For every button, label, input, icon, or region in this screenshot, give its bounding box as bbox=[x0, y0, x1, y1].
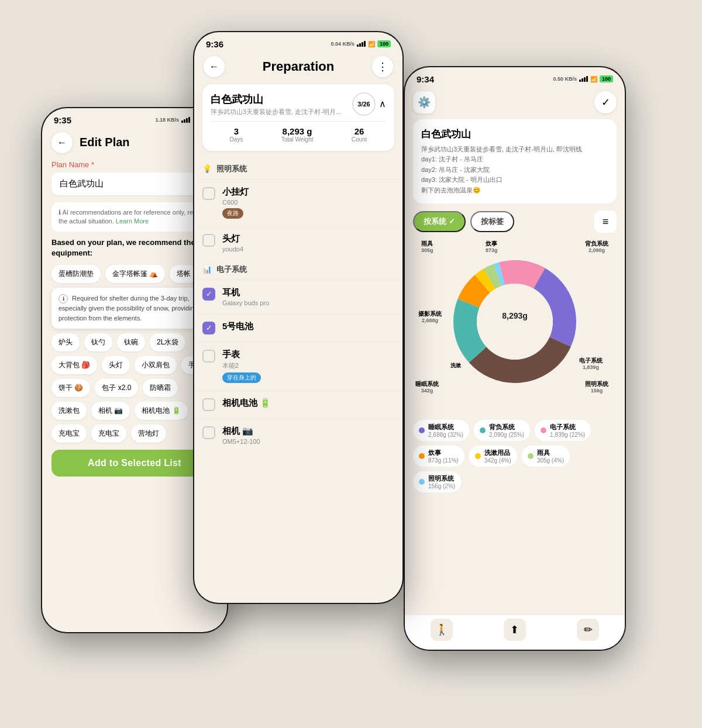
legend-pack: 背负系统 2,090g (25%) bbox=[474, 420, 530, 441]
gear-chip-11[interactable]: 饼干 🍪 bbox=[51, 379, 90, 397]
share-nav-button[interactable]: ⬆ bbox=[504, 619, 526, 641]
checklist-button[interactable]: ✓ bbox=[594, 91, 617, 113]
checkbox-camera[interactable] bbox=[202, 426, 215, 439]
label-sleep: 睡眠系统342g bbox=[415, 380, 439, 395]
gear-chip-18[interactable]: 充电宝 bbox=[91, 425, 126, 443]
lighting-icon: 💡 bbox=[202, 164, 212, 173]
gear-chip-8[interactable]: 头灯 bbox=[102, 356, 130, 374]
label-photo: 摄影系统2,688g bbox=[418, 310, 442, 325]
checkbox-watch[interactable] bbox=[202, 350, 215, 363]
item-cam-battery: 相机电池 🔋 bbox=[194, 390, 402, 418]
learn-more-link[interactable]: Learn More bbox=[116, 218, 149, 225]
divider bbox=[211, 121, 386, 122]
gear-chip-9[interactable]: 小双肩包 bbox=[135, 356, 177, 374]
back-button-center[interactable]: ← bbox=[204, 56, 225, 77]
item-light2: 头灯 youdo4 bbox=[194, 226, 402, 260]
gear-chip-3[interactable]: 炉头 bbox=[51, 333, 80, 351]
battery-center: 100 bbox=[377, 40, 391, 47]
chart-area: 8,293g 雨具305g 炊事873g 背负系统2,090g bbox=[405, 240, 625, 415]
share-icon: ⬆ bbox=[510, 623, 519, 636]
scene: 9:35 1.18 KB/s 📶 100 ← bbox=[29, 19, 673, 709]
section-lighting: 💡 照明系统 bbox=[194, 159, 402, 179]
trip-progress: 3/26 ∧ bbox=[352, 92, 386, 116]
edit-icon: ✏ bbox=[584, 623, 593, 636]
gear-chip-4[interactable]: 钛勺 bbox=[84, 333, 112, 351]
trip-card-center: 白色武功山 萍乡武功山3天重装徒步看雪, 走沈子村-明月... 3/26 ∧ 3 bbox=[202, 84, 394, 151]
gear-chip-15[interactable]: 相机 📷 bbox=[91, 402, 130, 420]
gear-chip-19[interactable]: 营地灯 bbox=[131, 425, 166, 443]
network-left: 1.18 KB/s bbox=[155, 117, 179, 123]
trip-detail-card: 白色武功山 萍乡武功山3天重装徒步看雪, 走沈子村-明月山, 即沈明线 day1… bbox=[413, 119, 617, 204]
lighting-label: 照明系统 bbox=[216, 164, 247, 174]
hiking-nav-button[interactable]: 🚶 bbox=[431, 619, 453, 641]
item-light1: 小挂灯 C600 夜路 bbox=[194, 179, 402, 226]
checkbox-cam-battery[interactable] bbox=[202, 398, 215, 411]
status-bar-right: 9:34 0.50 KB/s 📶 100 bbox=[405, 67, 625, 87]
checkbox-earphone[interactable]: ✓ bbox=[202, 288, 215, 301]
checkbox-light2[interactable] bbox=[202, 234, 215, 247]
more-button-center[interactable]: ⋮ bbox=[372, 56, 393, 77]
edit-nav-button[interactable]: ✏ bbox=[577, 619, 599, 641]
stats-header: ⚙️ ✓ bbox=[405, 87, 625, 119]
label-pack: 背负系统2,090g bbox=[585, 240, 608, 254]
tab-by-system[interactable]: 按系统 ✓ bbox=[413, 211, 466, 232]
back-button-left[interactable]: ← bbox=[51, 132, 73, 153]
wifi-icon-right: 📶 bbox=[590, 76, 597, 82]
signal-left bbox=[181, 117, 190, 123]
time-right: 9:34 bbox=[417, 74, 434, 84]
tag-night: 夜路 bbox=[222, 208, 243, 219]
legend-sleep: 睡眠系统 2,688g (32%) bbox=[413, 420, 469, 441]
gear-chip-12[interactable]: 包子 x2.0 bbox=[95, 379, 138, 397]
tab-by-tag[interactable]: 按标签 bbox=[470, 211, 514, 232]
gear-chip-0[interactable]: 蛋槽防潮垫 bbox=[51, 265, 101, 283]
donut-region: 8,293g 雨具305g 炊事873g 背负系统2,090g bbox=[421, 240, 608, 409]
gear-chip-5[interactable]: 钛碗 bbox=[117, 333, 145, 351]
checklist-icon: ✓ bbox=[601, 96, 610, 109]
settings-button[interactable]: ⚙️ bbox=[413, 91, 435, 113]
label-lighting: 照明系统156g bbox=[585, 380, 608, 395]
status-bar-center: 9:36 0.04 KB/s 📶 100 bbox=[194, 32, 402, 51]
phone-center: 9:36 0.04 KB/s 📶 100 ← bbox=[193, 31, 404, 604]
list-icon: ≡ bbox=[603, 216, 609, 228]
gear-chip-16[interactable]: 相机电池 🔋 bbox=[135, 402, 187, 420]
electronics-icon: 📊 bbox=[202, 265, 212, 274]
chart-wrapper: 8,293g 雨具305g 炊事873g 背负系统2,090g bbox=[413, 240, 617, 409]
gear-chip-1[interactable]: 金字塔帐篷 ⛺ bbox=[105, 265, 165, 283]
gear-chip-17[interactable]: 充电宝 bbox=[51, 425, 87, 443]
trip-detail-name: 白色武功山 bbox=[421, 127, 608, 141]
gear-chip-6[interactable]: 2L水袋 bbox=[150, 333, 185, 351]
checkbox-light1[interactable] bbox=[202, 187, 215, 200]
list-view-button[interactable]: ≡ bbox=[594, 211, 617, 233]
legend-lighting: 照明系统 156g (2%) bbox=[413, 471, 461, 492]
electronics-label: 电子系统 bbox=[216, 264, 247, 275]
signal-center bbox=[357, 41, 366, 47]
item-earphone: ✓ 耳机 Galaxy buds pro bbox=[194, 280, 402, 313]
gear-chip-14[interactable]: 洗漱包 bbox=[51, 402, 87, 420]
svg-text:8,293g: 8,293g bbox=[502, 311, 528, 320]
gear-chip-13[interactable]: 防晒霜 bbox=[143, 379, 178, 397]
label-rain: 雨具305g bbox=[421, 240, 433, 254]
trip-detail-desc: 萍乡武功山3天重装徒步看雪, 走沈子村-明月山, 即沈明线 day1: 沈子村 … bbox=[421, 144, 608, 196]
svg-point-9 bbox=[477, 284, 553, 360]
bottom-nav-right: 🚶 ⬆ ✏ bbox=[405, 615, 625, 650]
label-electronics: 电子系统1,839g bbox=[579, 357, 603, 371]
stat-weight: 8,293 g Total Weight bbox=[281, 126, 314, 143]
status-icons-center: 0.04 KB/s 📶 100 bbox=[331, 40, 391, 47]
network-center: 0.04 KB/s bbox=[331, 41, 355, 47]
section-electronics: 📊 电子系统 bbox=[194, 260, 402, 280]
legend-electronics: 电子系统 1,839g (22%) bbox=[535, 420, 591, 441]
time-left: 9:35 bbox=[54, 115, 71, 125]
settings-icon: ⚙️ bbox=[418, 96, 431, 109]
gear-chip-7[interactable]: 大背包 🎒 bbox=[51, 356, 97, 374]
trip-sub-center: 萍乡武功山3天重装徒步看雪, 走沈子村-明月... bbox=[211, 108, 341, 116]
donut-svg: 8,293g bbox=[450, 257, 579, 386]
legend-cooking: 炊事 873g (11%) bbox=[413, 446, 464, 467]
prep-title: Preparation bbox=[263, 59, 334, 74]
progress-circle: 3/26 bbox=[352, 92, 376, 116]
time-center: 9:36 bbox=[206, 39, 223, 49]
hiking-icon: 🚶 bbox=[435, 623, 448, 636]
checkbox-battery5[interactable]: ✓ bbox=[202, 322, 215, 334]
expand-icon[interactable]: ∧ bbox=[379, 98, 386, 109]
phone-right: 9:34 0.50 KB/s 📶 100 ⚙️ bbox=[404, 66, 626, 651]
prep-header: ← Preparation ⋮ bbox=[194, 51, 402, 84]
